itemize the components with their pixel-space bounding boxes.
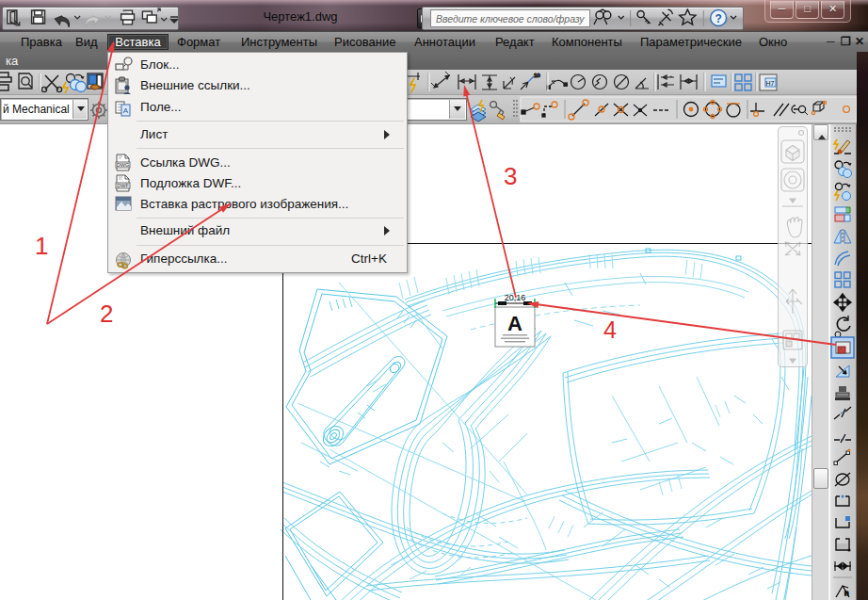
svg-text:DWF: DWF [117,183,129,188]
svg-text:A: A [123,106,129,115]
svg-text:20,16: 20,16 [505,293,526,302]
svg-text:A: A [507,312,522,335]
svg-text:n: n [844,589,848,597]
svg-text:10: 10 [534,73,540,78]
svg-text:DWG: DWG [117,162,129,168]
svg-text:H7: H7 [766,80,775,87]
svg-text:?: ? [715,12,722,25]
